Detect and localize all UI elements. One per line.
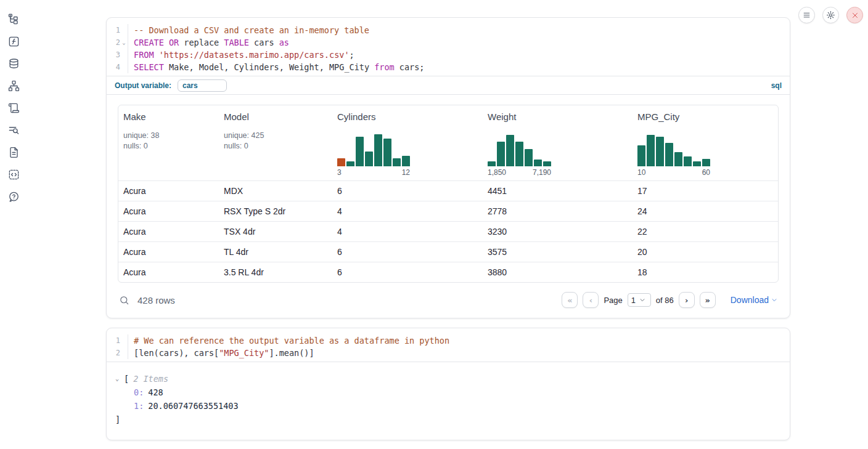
first-page-button[interactable]: « xyxy=(562,292,578,308)
histogram-bar xyxy=(393,158,401,166)
code-token: FROM xyxy=(134,50,154,60)
column-header[interactable]: Cylinders312 xyxy=(332,105,483,180)
column-stats: unique: 425nulls: 0 xyxy=(224,131,327,152)
code-token: SELECT xyxy=(134,62,164,72)
histogram-bar xyxy=(525,149,533,166)
page-label: Page xyxy=(604,296,622,305)
code-text[interactable]: -- Download a CSV and create an in-memor… xyxy=(128,24,790,36)
database-icon[interactable] xyxy=(7,57,21,70)
last-page-button[interactable]: » xyxy=(700,292,716,308)
menu-button[interactable] xyxy=(798,7,815,23)
column-header[interactable]: Weight1,8507,190 xyxy=(483,105,633,180)
table-cell: Acura xyxy=(118,267,219,277)
axis-max-label: 60 xyxy=(702,168,710,177)
histogram-bar xyxy=(684,156,692,166)
histogram-bar xyxy=(365,152,373,166)
code-text[interactable]: [len(cars), cars["MPG_City"].mean()] xyxy=(128,347,790,359)
data-table: Makeunique: 38nulls: 0Modelunique: 425nu… xyxy=(118,105,779,283)
axis-max-label: 7,190 xyxy=(533,168,551,177)
table-cell: 24 xyxy=(633,206,778,216)
column-histogram: 1,8507,190 xyxy=(488,134,628,177)
column-header[interactable]: MPG_City1060 xyxy=(633,105,778,180)
page-select[interactable]: 1 xyxy=(628,293,651,307)
prev-page-button[interactable]: ‹ xyxy=(583,292,599,308)
histogram-bar xyxy=(383,139,391,166)
fold-spacer xyxy=(120,334,128,347)
code-token: replace xyxy=(179,38,224,47)
chevron-down-icon[interactable]: ⌄ xyxy=(115,372,124,386)
code-line: 3FROM 'https://datasets.marimo.app/cars.… xyxy=(107,49,790,61)
column-name: Make xyxy=(123,111,214,122)
table-cell: RSX Type S 2dr xyxy=(219,206,332,216)
scroll-icon[interactable] xyxy=(7,101,21,115)
histogram-bar xyxy=(356,137,364,166)
histogram-axis: 1060 xyxy=(637,168,710,177)
tree-entry: 1:20.060747663551403 xyxy=(115,399,779,413)
search-icon[interactable] xyxy=(119,295,129,305)
code-token: Make, Model, Cylinders, Weight, MPG_City xyxy=(164,62,374,72)
download-label: Download xyxy=(731,295,769,305)
code-text[interactable]: FROM 'https://datasets.marimo.app/cars.c… xyxy=(128,49,790,61)
histogram-bar xyxy=(702,159,710,166)
histogram-bar xyxy=(543,161,551,166)
code-token: cars xyxy=(249,38,279,47)
code-line: 1-- Download a CSV and create an in-memo… xyxy=(107,24,790,36)
histogram-bars xyxy=(637,134,710,166)
histogram-bar xyxy=(647,135,655,166)
column-name: Weight xyxy=(488,111,628,122)
table-cell: Acura xyxy=(118,227,219,237)
code-line: 1# We can reference the output variable … xyxy=(107,334,790,347)
left-sidebar xyxy=(0,0,28,449)
function-icon[interactable] xyxy=(7,34,21,48)
download-button[interactable]: Download xyxy=(731,295,777,305)
list-search-icon[interactable] xyxy=(7,123,21,137)
stat-line: nulls: 0 xyxy=(224,141,327,152)
column-header[interactable]: Modelunique: 425nulls: 0 xyxy=(219,105,332,180)
histogram-bar xyxy=(337,158,345,166)
axis-max-label: 12 xyxy=(402,168,410,177)
line-number: 2 xyxy=(107,36,120,49)
code-text[interactable]: CREATE OR replace TABLE cars as xyxy=(128,36,790,49)
help-icon[interactable] xyxy=(7,190,21,203)
table-cell: 3575 xyxy=(483,247,633,257)
table-row: AcuraTSX 4dr4323022 xyxy=(118,221,778,241)
close-icon xyxy=(851,12,859,19)
dependency-graph-icon[interactable] xyxy=(7,79,21,92)
table-cell: 6 xyxy=(332,247,483,257)
chevron-down-icon xyxy=(771,297,777,303)
document-icon[interactable] xyxy=(7,145,21,159)
page-select-value: 1 xyxy=(631,296,636,305)
table-cell: 4 xyxy=(332,227,483,237)
sql-code-editor[interactable]: 1-- Download a CSV and create an in-memo… xyxy=(107,18,790,76)
top-actions xyxy=(798,7,863,23)
table-cell: 4 xyxy=(332,206,483,216)
histogram-bar xyxy=(346,161,354,166)
close-button[interactable] xyxy=(846,7,863,23)
column-name: MPG_City xyxy=(637,111,773,122)
code-token: 'https://datasets.marimo.app/cars.csv' xyxy=(159,50,350,60)
stat-line: nulls: 0 xyxy=(123,141,214,152)
list-output-tree: ⌄[2 Items0:4281:20.060747663551403] xyxy=(107,362,790,440)
histogram-bar xyxy=(665,143,673,166)
histogram-bar xyxy=(402,156,410,166)
tree-root-line: ⌄[2 Items xyxy=(115,372,779,386)
python-code-editor[interactable]: 1# We can reference the output variable … xyxy=(107,328,790,362)
code-block-icon[interactable] xyxy=(7,168,21,181)
fold-chevron-icon[interactable]: ⌄ xyxy=(120,36,128,49)
table-row: AcuraMDX6445117 xyxy=(118,180,778,201)
code-text[interactable]: SELECT Make, Model, Cylinders, Weight, M… xyxy=(128,61,790,73)
language-badge[interactable]: sql xyxy=(771,81,782,90)
column-histogram: 312 xyxy=(337,134,478,177)
line-number: 4 xyxy=(107,61,120,73)
next-page-button[interactable]: › xyxy=(679,292,695,308)
settings-button[interactable] xyxy=(822,7,839,23)
output-variable-input[interactable] xyxy=(178,79,227,92)
code-text[interactable]: # We can reference the output variable a… xyxy=(128,334,790,347)
stat-line: unique: 425 xyxy=(224,131,327,141)
column-header[interactable]: Makeunique: 38nulls: 0 xyxy=(118,105,219,180)
output-variable-bar: Output variable: sql xyxy=(107,76,790,95)
line-number: 3 xyxy=(107,49,120,61)
python-cell: 1# We can reference the output variable … xyxy=(106,328,790,440)
file-tree-icon[interactable] xyxy=(7,12,21,26)
code-token: from xyxy=(374,62,395,72)
